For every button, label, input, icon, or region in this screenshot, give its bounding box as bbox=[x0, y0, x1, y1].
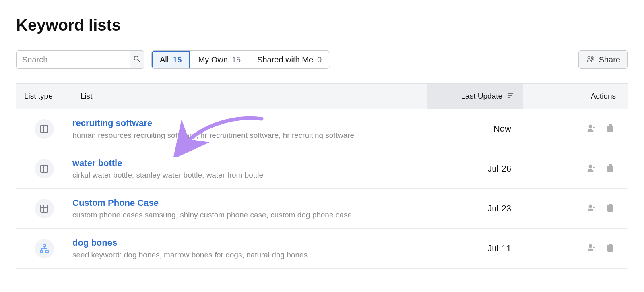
svg-rect-20 bbox=[608, 166, 613, 172]
actions-cell bbox=[523, 163, 628, 174]
list-cell: water bottlecirkul water bottle, stanley… bbox=[72, 158, 427, 180]
svg-rect-5 bbox=[508, 95, 511, 96]
last-update-cell: Now bbox=[427, 124, 523, 134]
svg-point-31 bbox=[589, 244, 592, 248]
trash-icon bbox=[605, 163, 615, 174]
filter-tab-count: 15 bbox=[173, 55, 182, 64]
person-add-icon bbox=[587, 123, 597, 135]
delete-list-button[interactable] bbox=[605, 203, 616, 214]
table-row: water bottlecirkul water bottle, stanley… bbox=[16, 149, 628, 189]
filter-tab-shared-with-me[interactable]: Shared with Me0 bbox=[249, 51, 330, 68]
sort-desc-icon bbox=[506, 91, 514, 101]
col-list: List bbox=[72, 92, 427, 101]
list-subtitle: human resources recruiting software, hr … bbox=[72, 131, 419, 140]
table-icon bbox=[35, 159, 54, 178]
search-icon bbox=[133, 55, 141, 64]
svg-rect-34 bbox=[608, 246, 613, 251]
svg-point-0 bbox=[134, 56, 138, 60]
share-list-button[interactable] bbox=[586, 163, 597, 174]
table-row: dog bonesseed keyword: dog bones, marrow… bbox=[16, 229, 628, 269]
list-title-link[interactable]: dog bones bbox=[72, 238, 117, 248]
svg-rect-7 bbox=[41, 125, 48, 133]
svg-rect-6 bbox=[508, 97, 510, 98]
table-row: Custom Phone Casecustom phone cases sams… bbox=[16, 189, 628, 229]
filter-tab-count: 0 bbox=[317, 55, 322, 64]
svg-rect-28 bbox=[43, 244, 45, 247]
filter-tab-label: Shared with Me bbox=[257, 55, 313, 64]
toolbar: All15My Own15Shared with Me0 Share bbox=[16, 50, 628, 69]
svg-point-3 bbox=[591, 56, 593, 58]
share-list-button[interactable] bbox=[586, 243, 597, 254]
actions-cell bbox=[523, 203, 628, 214]
list-cell: Custom Phone Casecustom phone cases sams… bbox=[72, 198, 427, 220]
filter-tab-label: My Own bbox=[198, 55, 227, 64]
delete-list-button[interactable] bbox=[605, 163, 616, 174]
list-cell: recruiting softwarehuman resources recru… bbox=[72, 118, 427, 140]
last-update-cell: Jul 23 bbox=[427, 203, 523, 214]
svg-point-10 bbox=[589, 125, 592, 128]
svg-rect-14 bbox=[41, 165, 48, 172]
filter-tab-all[interactable]: All15 bbox=[152, 51, 190, 68]
trash-icon bbox=[605, 203, 615, 214]
page-title: Keyword lists bbox=[16, 16, 628, 34]
trash-icon bbox=[605, 243, 615, 254]
search-wrap bbox=[16, 50, 144, 69]
list-cell: dog bonesseed keyword: dog bones, marrow… bbox=[72, 238, 427, 259]
svg-point-2 bbox=[588, 56, 590, 58]
table-icon bbox=[35, 119, 54, 139]
trash-icon bbox=[605, 123, 615, 135]
list-subtitle: custom phone cases samsung, shiny custom… bbox=[72, 211, 419, 220]
col-last-update-label: Last Update bbox=[461, 92, 502, 101]
search-button[interactable] bbox=[130, 51, 144, 68]
filter-tab-label: All bbox=[160, 55, 169, 64]
share-button[interactable]: Share bbox=[578, 50, 628, 69]
person-add-icon bbox=[587, 163, 597, 174]
search-input[interactable] bbox=[17, 51, 130, 68]
svg-point-17 bbox=[589, 165, 592, 168]
list-title-link[interactable]: Custom Phone Case bbox=[72, 198, 159, 208]
filter-tab-my-own[interactable]: My Own15 bbox=[190, 51, 249, 68]
table-row: recruiting softwarehuman resources recru… bbox=[16, 109, 628, 149]
share-list-button[interactable] bbox=[586, 203, 597, 214]
svg-point-24 bbox=[589, 205, 592, 208]
list-title-link[interactable]: water bottle bbox=[72, 158, 122, 168]
list-type-cell bbox=[16, 159, 72, 178]
svg-rect-21 bbox=[41, 205, 48, 212]
list-subtitle: seed keyword: dog bones, marrow bones fo… bbox=[72, 251, 419, 259]
list-title-link[interactable]: recruiting software bbox=[72, 118, 152, 128]
share-label: Share bbox=[599, 55, 620, 64]
delete-list-button[interactable] bbox=[605, 123, 616, 135]
list-type-cell bbox=[16, 199, 72, 218]
share-list-button[interactable] bbox=[586, 123, 597, 135]
table-icon bbox=[35, 199, 54, 218]
share-icon bbox=[586, 54, 595, 65]
actions-cell bbox=[523, 243, 628, 254]
cluster-icon bbox=[35, 239, 54, 258]
svg-line-1 bbox=[138, 60, 140, 62]
person-add-icon bbox=[587, 203, 597, 214]
svg-rect-4 bbox=[508, 93, 513, 94]
filter-segmented: All15My Own15Shared with Me0 bbox=[151, 50, 330, 69]
col-actions: Actions bbox=[523, 92, 628, 101]
svg-rect-29 bbox=[40, 250, 43, 253]
actions-cell bbox=[523, 123, 628, 135]
col-list-type: List type bbox=[16, 92, 72, 101]
delete-list-button[interactable] bbox=[605, 243, 616, 254]
svg-rect-30 bbox=[46, 250, 48, 253]
col-last-update[interactable]: Last Update bbox=[427, 84, 523, 109]
last-update-cell: Jul 11 bbox=[427, 243, 523, 254]
svg-rect-13 bbox=[608, 126, 613, 132]
last-update-cell: Jul 26 bbox=[427, 164, 523, 174]
svg-rect-27 bbox=[608, 206, 613, 211]
table-header: List type List Last Update Actions bbox=[16, 83, 628, 109]
list-type-cell bbox=[16, 119, 72, 139]
list-type-cell bbox=[16, 239, 72, 258]
list-subtitle: cirkul water bottle, stanley water bottl… bbox=[72, 171, 419, 180]
person-add-icon bbox=[587, 243, 597, 254]
filter-tab-count: 15 bbox=[232, 55, 241, 64]
